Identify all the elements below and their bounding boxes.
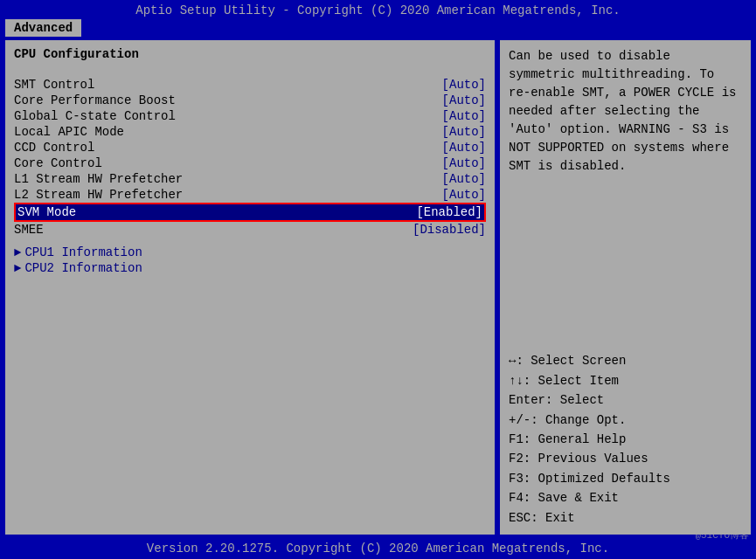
title-text: Aptio Setup Utility - Copyright (C) 2020… xyxy=(135,3,621,17)
arrow-icon-cpu2: ► xyxy=(14,261,21,275)
title-bar: Aptio Setup Utility - Copyright (C) 2020… xyxy=(0,0,756,19)
main-area: CPU Configuration SMT Control [Auto] Cor… xyxy=(5,40,751,535)
row-ccd-control[interactable]: CCD Control [Auto] xyxy=(14,140,486,155)
value-local-apic: [Auto] xyxy=(442,125,486,139)
row-l1-prefetch[interactable]: L1 Stream HW Prefetcher [Auto] xyxy=(14,171,486,187)
key-select-item: ↑↓: Select Item xyxy=(509,371,742,390)
submenu-cpu1[interactable]: ► CPU1 Information xyxy=(14,245,486,260)
section-title: CPU Configuration xyxy=(14,47,486,61)
row-core-control[interactable]: Core Control [Auto] xyxy=(14,155,486,171)
row-global-cstate[interactable]: Global C-state Control [Auto] xyxy=(14,108,486,124)
key-f1-help: F1: General Help xyxy=(509,430,742,449)
row-core-perf-boost[interactable]: Core Performance Boost [Auto] xyxy=(14,93,486,108)
label-ccd-control: CCD Control xyxy=(14,141,94,155)
status-text: Version 2.20.1275. Copyright (C) 2020 Am… xyxy=(147,542,609,556)
label-global-cstate: Global C-state Control xyxy=(14,109,176,123)
tab-advanced[interactable]: Advanced xyxy=(5,19,81,37)
value-core-control: [Auto] xyxy=(442,156,486,170)
label-smee: SMEE xyxy=(14,223,44,237)
submenu-cpu2[interactable]: ► CPU2 Information xyxy=(14,260,486,276)
arrow-icon-cpu1: ► xyxy=(14,245,21,259)
value-l2-prefetch: [Auto] xyxy=(442,188,486,202)
bios-screen: Aptio Setup Utility - Copyright (C) 2020… xyxy=(0,0,756,559)
status-bar: Version 2.20.1275. Copyright (C) 2020 Am… xyxy=(0,538,756,559)
submenu-label-cpu2: CPU2 Information xyxy=(24,261,142,275)
value-smee: [Disabled] xyxy=(413,223,486,237)
key-esc-exit: ESC: Exit xyxy=(509,508,742,528)
value-l1-prefetch: [Auto] xyxy=(442,172,486,186)
row-local-apic[interactable]: Local APIC Mode [Auto] xyxy=(14,124,486,140)
submenu-label-cpu1: CPU1 Information xyxy=(24,245,142,259)
value-svm-mode: [Enabled] xyxy=(416,205,482,219)
row-smee[interactable]: SMEE [Disabled] xyxy=(14,222,486,238)
key-f4-save: F4: Save & Exit xyxy=(509,488,742,507)
key-select-screen: ↔: Select Screen xyxy=(509,351,742,370)
tab-bar: Advanced xyxy=(0,19,756,37)
left-panel: CPU Configuration SMT Control [Auto] Cor… xyxy=(5,40,495,535)
row-l2-prefetch[interactable]: L2 Stream HW Prefetcher [Auto] xyxy=(14,187,486,203)
key-f3-defaults: F3: Optimized Defaults xyxy=(509,469,742,488)
label-core-control: Core Control xyxy=(14,156,102,170)
right-panel: Can be used to disable symmetric multith… xyxy=(500,40,751,535)
help-text: Can be used to disable symmetric multith… xyxy=(509,47,742,176)
label-local-apic: Local APIC Mode xyxy=(14,125,124,139)
value-smt-control: [Auto] xyxy=(442,78,486,92)
row-svm-mode[interactable]: SVM Mode [Enabled] xyxy=(14,203,486,222)
label-core-perf-boost: Core Performance Boost xyxy=(14,93,176,107)
value-core-perf-boost: [Auto] xyxy=(442,93,486,107)
key-help: ↔: Select Screen ↑↓: Select Item Enter: … xyxy=(509,351,742,528)
row-smt-control[interactable]: SMT Control [Auto] xyxy=(14,77,486,93)
watermark: @51CTO博客 xyxy=(695,528,749,542)
label-l1-prefetch: L1 Stream HW Prefetcher xyxy=(14,172,183,186)
value-ccd-control: [Auto] xyxy=(442,141,486,155)
label-l2-prefetch: L2 Stream HW Prefetcher xyxy=(14,188,183,202)
key-change-opt: +/-: Change Opt. xyxy=(509,411,742,430)
label-svm-mode: SVM Mode xyxy=(17,205,76,219)
value-global-cstate: [Auto] xyxy=(442,109,486,123)
key-enter-select: Enter: Select xyxy=(509,390,742,410)
label-smt-control: SMT Control xyxy=(14,78,94,92)
key-f2-prev: F2: Previous Values xyxy=(509,449,742,468)
